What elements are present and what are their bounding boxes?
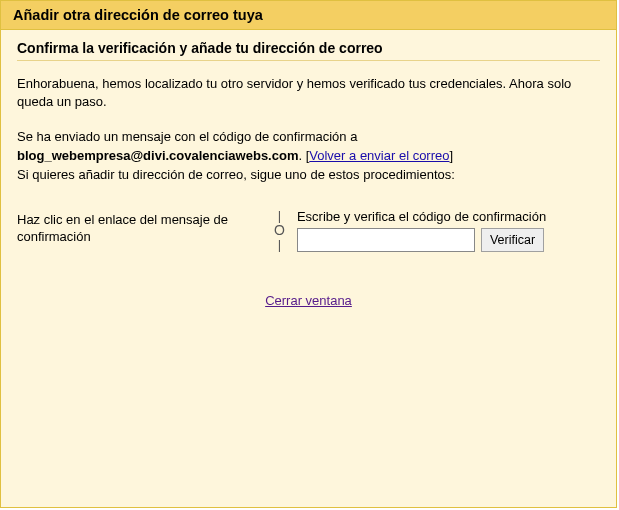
code-input-row: Verificar <box>297 228 600 252</box>
dialog-body: Confirma la verificación y añade tu dire… <box>1 30 616 324</box>
resend-link[interactable]: Volver a enviar el correo <box>309 148 449 163</box>
add-email-dialog: Añadir otra dirección de correo tuya Con… <box>0 0 617 508</box>
dialog-title: Añadir otra dirección de correo tuya <box>13 7 604 23</box>
info-dot: . [ <box>298 148 309 163</box>
option-click-link: Haz clic en el enlace del mensaje de con… <box>17 209 262 246</box>
divider-text: O <box>274 223 285 238</box>
info-line2: Si quieres añadir tu dirección de correo… <box>17 167 455 182</box>
dialog-subtitle: Confirma la verificación y añade tu dire… <box>17 40 600 61</box>
option-enter-code: Escribe y verifica el código de confirma… <box>297 209 600 252</box>
options-divider: | O | <box>272 209 287 253</box>
info-block: Se ha enviado un mensaje con el código d… <box>17 128 600 185</box>
code-label: Escribe y verifica el código de confirma… <box>297 209 600 224</box>
confirmed-email: blog_webempresa@divi.covalenciawebs.com <box>17 148 298 163</box>
info-bracket-close: ] <box>449 148 453 163</box>
code-input[interactable] <box>297 228 475 252</box>
info-line1: Se ha enviado un mensaje con el código d… <box>17 129 357 144</box>
divider-bar-bottom: | <box>278 238 281 252</box>
divider-bar-top: | <box>278 209 281 223</box>
options-row: Haz clic en el enlace del mensaje de con… <box>17 209 600 253</box>
close-link[interactable]: Cerrar ventana <box>265 293 352 308</box>
verify-button[interactable]: Verificar <box>481 228 544 252</box>
title-bar: Añadir otra dirección de correo tuya <box>1 1 616 30</box>
congrats-text: Enhorabuena, hemos localizado tu otro se… <box>17 75 600 110</box>
close-row: Cerrar ventana <box>17 293 600 308</box>
